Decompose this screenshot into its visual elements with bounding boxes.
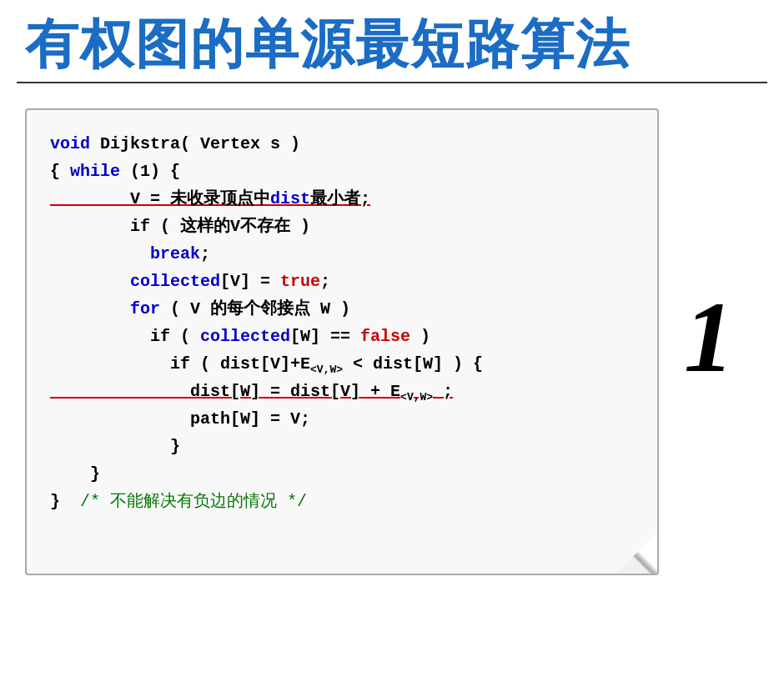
dist-assign: dist[W] = dist[V] + E<V,W> ;: [50, 382, 453, 401]
path-assign: path[W] = V;: [50, 409, 310, 429]
eq-sign: =: [140, 189, 170, 208]
comment-no-neg: /* 不能解决有负边的情况 */: [60, 492, 307, 511]
while-rest: (1) {: [120, 162, 180, 181]
code-line-3: V = 未收录顶点中dist最小者;: [50, 185, 634, 213]
keyword-break: break: [150, 244, 200, 263]
collected-indent: [50, 272, 130, 291]
collected-w: [W] ==: [290, 327, 360, 346]
code-line-10: dist[W] = dist[V] + E<V,W> ;: [50, 378, 634, 405]
code-line-11: path[W] = V;: [50, 405, 634, 433]
collected-semi: ;: [320, 272, 330, 291]
comment-min: 最小者;: [310, 189, 370, 208]
open-brace: {: [50, 162, 70, 181]
if-noexist: if ( 这样的V不存在 ): [50, 217, 310, 236]
page-title: 有权图的单源最短路算法: [0, 0, 784, 82]
comment-unrec: 未收录顶点中: [170, 189, 270, 208]
code-line-9: if ( dist[V]+E<V,W> < dist[W] ) {: [50, 350, 634, 378]
while-close-brace: }: [50, 464, 100, 484]
code-indent3: [50, 189, 130, 208]
code-block: void Dijkstra( Vertex s ) { while (1) { …: [25, 108, 659, 575]
keyword-dist: dist: [270, 189, 310, 208]
code-line-14: } /* 不能解决有负边的情况 */: [50, 488, 634, 515]
outer-close-brace: }: [50, 492, 60, 511]
keyword-while: while: [70, 162, 120, 181]
code-line-6: collected[V] = true;: [50, 268, 634, 295]
code-line-7: for ( V 的每个邻接点 W ): [50, 295, 634, 323]
if-collected: if (: [50, 327, 200, 346]
var-V: V: [130, 189, 140, 208]
break-indent: [50, 244, 150, 263]
code-line-2: { while (1) {: [50, 158, 634, 185]
code-line-8: if ( collected[W] == false ): [50, 323, 634, 350]
inner-close-brace: }: [50, 437, 180, 456]
keyword-false: false: [360, 327, 410, 346]
if-close: ): [410, 327, 430, 346]
if-dist: if ( dist[V]+E<V,W> < dist[W] ) {: [50, 354, 483, 374]
code-line-1: void Dijkstra( Vertex s ): [50, 130, 634, 158]
break-semi: ;: [200, 244, 210, 263]
keyword-for: for: [130, 299, 160, 318]
code-line-13: }: [50, 460, 634, 488]
collected-rest: [V] =: [220, 272, 280, 291]
for-rest: ( V 的每个邻接点 W ): [160, 299, 350, 318]
code-line-12: }: [50, 433, 634, 460]
code-line-5: break;: [50, 240, 634, 268]
code-dijkstra: Dijkstra( Vertex s ): [90, 134, 300, 153]
keyword-true: true: [280, 272, 320, 291]
sub-vw2: <V,W>: [400, 391, 433, 404]
keyword-void: void: [50, 134, 90, 153]
code-line-4: if ( 这样的V不存在 ): [50, 213, 634, 240]
for-indent: [50, 299, 130, 318]
keyword-collected2: collected: [200, 327, 290, 346]
keyword-collected: collected: [130, 272, 220, 291]
sub-vw1: <V,W>: [310, 364, 343, 376]
slide-number: 1: [684, 280, 734, 395]
